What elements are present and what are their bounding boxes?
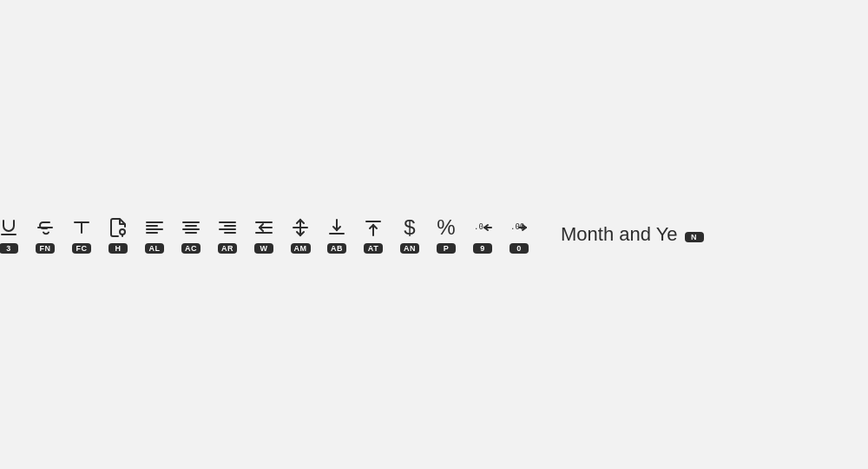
align-center-icon — [179, 215, 203, 240]
svg-text:.0: .0 — [474, 222, 483, 231]
align-top-tool[interactable]: AT — [356, 212, 391, 257]
align-left-tool[interactable]: AL — [137, 212, 172, 257]
align-center-tool[interactable]: AC — [174, 212, 208, 257]
dec-right-tool[interactable]: .00 0 — [502, 212, 536, 257]
align-middle-icon — [288, 215, 312, 240]
wrap-badge: W — [254, 243, 273, 254]
align-left-badge: AL — [145, 243, 164, 254]
highlight-badge: H — [108, 243, 128, 254]
dollar-icon: $ — [398, 215, 422, 240]
toolbar: 3 FN FC — [0, 212, 709, 257]
strikethrough-badge: FN — [36, 243, 55, 254]
underline-icon — [0, 215, 21, 240]
month-year-badge: N — [685, 232, 704, 242]
dollar-badge: AN — [400, 243, 419, 254]
month-year-tool[interactable]: Month and Ye N — [538, 220, 709, 249]
align-middle-badge: AM — [291, 243, 311, 254]
text-format-tool[interactable]: FC — [64, 212, 99, 257]
percent-badge: P — [437, 243, 456, 254]
underline-badge: 3 — [0, 243, 18, 254]
wrap-tool[interactable]: W — [247, 212, 281, 257]
dec-left-tool[interactable]: .0 9 — [465, 212, 500, 257]
dec-right-icon: .00 — [507, 215, 531, 240]
strikethrough-icon — [33, 215, 57, 240]
underline-tool[interactable]: 3 — [0, 212, 26, 257]
align-right-icon — [215, 215, 240, 240]
align-bottom-tool[interactable]: AB — [319, 212, 354, 257]
align-right-tool[interactable]: AR — [210, 212, 245, 257]
wrap-icon — [252, 215, 276, 240]
align-right-badge: AR — [218, 243, 237, 254]
month-year-label: Month and Ye — [561, 223, 678, 246]
align-center-badge: AC — [181, 243, 201, 254]
dec-left-icon: .0 — [470, 215, 495, 240]
dec-left-badge: 9 — [473, 243, 492, 254]
percent-tool[interactable]: % P — [429, 212, 464, 257]
align-top-icon — [361, 215, 385, 240]
highlight-icon — [106, 215, 130, 240]
align-left-icon — [142, 215, 167, 240]
align-bottom-icon — [325, 215, 349, 240]
align-top-badge: AT — [364, 243, 383, 254]
align-bottom-badge: AB — [327, 243, 346, 254]
text-format-icon — [69, 215, 94, 240]
percent-icon: % — [434, 215, 458, 240]
dec-right-badge: 0 — [510, 243, 529, 254]
text-format-badge: FC — [72, 243, 91, 254]
align-middle-tool[interactable]: AM — [283, 212, 318, 257]
highlight-tool[interactable]: H — [101, 212, 135, 257]
dollar-tool[interactable]: $ AN — [392, 212, 427, 257]
strikethrough-tool[interactable]: FN — [28, 212, 62, 257]
